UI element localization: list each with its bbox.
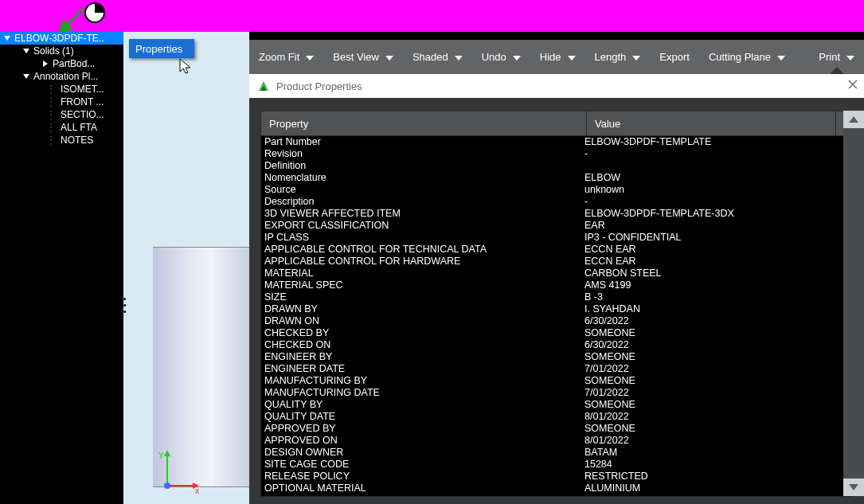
tree-item-solids[interactable]: Solids (1) xyxy=(0,45,123,57)
cell-property: ENGINEER BY xyxy=(261,351,581,363)
tree-label: PartBod... xyxy=(53,58,95,69)
toolbar-zoom-fit[interactable]: Zoom Fit xyxy=(249,40,323,74)
table-row[interactable]: MANUFACTURING DATE7/01/2022 xyxy=(261,387,852,399)
toolbar-export[interactable]: Export xyxy=(650,40,699,74)
table-row[interactable]: APPLICABLE CONTROL FOR HARDWAREECCN EAR xyxy=(261,256,852,268)
chevron-down-icon xyxy=(568,51,576,63)
table-row[interactable]: OPTIONAL MATERIALALUMINIUM xyxy=(261,483,852,494)
tree-item-partbody[interactable]: PartBod... xyxy=(0,57,123,70)
cell-value: 8/01/2022 xyxy=(581,435,825,447)
tree-root[interactable]: ELBOW-3DPDF-TE.. xyxy=(0,32,123,45)
cell-value: AMS 4199 xyxy=(581,279,825,291)
tree-leaf[interactable]: ⋮SECTIO... xyxy=(0,108,123,121)
table-row[interactable]: MANUFACTURING BYSOMEONE xyxy=(261,375,852,387)
toolbar-print[interactable]: Print xyxy=(809,40,864,74)
toolbar-label: Length xyxy=(595,51,627,63)
column-value[interactable]: Value xyxy=(587,111,836,135)
viewer-handles: ••• xyxy=(123,296,127,315)
table-row[interactable]: ENGINEER DATE7/01/2022 xyxy=(261,363,852,375)
cell-value: SOMEONE xyxy=(581,375,825,387)
cell-property: DESIGN OWNER xyxy=(261,447,581,459)
cell-property: EXPORT CLASSIFICATION xyxy=(261,220,581,232)
toolbar-best-view[interactable]: Best View xyxy=(323,40,403,74)
toolbar-undo[interactable]: Undo xyxy=(472,40,530,74)
table-row[interactable]: Part NumberELBOW-3DPDF-TEMPLATE xyxy=(261,136,852,148)
table-row[interactable]: MATERIALCARBON STEEL xyxy=(261,268,852,279)
table-row[interactable]: DRAWN BYI. SYAHDAN xyxy=(261,303,852,315)
table-row[interactable]: 3D VIEWER AFFECTED ITEMELBOW-3DPDF-TEMPL… xyxy=(261,208,852,220)
toolbar-length[interactable]: Length xyxy=(585,40,651,74)
chevron-down-icon xyxy=(455,51,463,63)
toolbar-label: Cutting Plane xyxy=(709,51,771,63)
table-row[interactable]: APPROVED BYSOMEONE xyxy=(261,423,852,435)
grid-header: Property Value xyxy=(260,111,853,136)
cell-value: EAR xyxy=(581,220,825,232)
cell-property: Part Number xyxy=(261,136,581,148)
tree-leaf[interactable]: ⋮FRONT ... xyxy=(0,96,123,108)
cell-property: Source xyxy=(261,184,581,196)
tree-leaf[interactable]: ⋮ISOMET... xyxy=(0,83,123,96)
collapse-icon[interactable] xyxy=(22,72,30,80)
column-property[interactable]: Property xyxy=(261,111,587,135)
toolbar-shaded[interactable]: Shaded xyxy=(403,40,472,74)
table-row[interactable]: Description- xyxy=(261,196,852,208)
cell-value: ELBOW xyxy=(581,172,825,184)
table-row[interactable]: EXPORT CLASSIFICATIONEAR xyxy=(261,220,852,232)
cell-value: SOMEONE xyxy=(581,423,825,435)
tree-label: Solids (1) xyxy=(33,45,74,57)
toolbar-hide[interactable]: Hide xyxy=(530,40,585,74)
cell-property: MATERIAL SPEC xyxy=(261,279,581,291)
cell-property: Revision xyxy=(261,148,581,160)
grid-body: Part NumberELBOW-3DPDF-TEMPLATERevision-… xyxy=(260,136,853,497)
cell-value: RESTRICTED xyxy=(581,471,825,483)
table-row[interactable]: MATERIAL SPECAMS 4199 xyxy=(261,279,852,291)
table-row[interactable]: OPTIONAL MATERIAL SPECAMS 4198 xyxy=(261,494,852,497)
tree-leaf[interactable]: ⋮NOTES xyxy=(0,134,123,147)
toolbar-label: Shaded xyxy=(412,51,448,63)
table-row[interactable]: ENGINEER BYSOMEONE xyxy=(261,351,852,363)
cell-value: SOMEONE xyxy=(581,327,825,339)
scroll-thumb[interactable] xyxy=(843,128,864,479)
tree-item-annotation[interactable]: Annotation Pl... xyxy=(0,70,123,83)
table-row[interactable]: CHECKED ON6/30/2022 xyxy=(261,339,852,351)
table-row[interactable]: RELEASE POLICYRESTRICTED xyxy=(261,471,852,483)
table-row[interactable]: APPLICABLE CONTROL FOR TECHNICAL DATAECC… xyxy=(261,244,852,256)
cell-property: SIZE xyxy=(261,291,581,303)
toolbar-cutting-plane[interactable]: Cutting Plane xyxy=(699,40,795,74)
cell-property: CHECKED ON xyxy=(261,339,581,351)
table-row[interactable]: IP CLASSIP3 - CONFIDENTIAL xyxy=(261,232,852,244)
table-row[interactable]: NomenclatureELBOW xyxy=(261,172,852,184)
viewer-3d[interactable]: ••• xyxy=(123,32,249,504)
table-row[interactable]: Revision- xyxy=(261,148,852,160)
table-row[interactable]: SITE CAGE CODE15284 xyxy=(261,459,852,471)
cell-value: ECCN EAR xyxy=(581,256,825,268)
cell-value: B -3 xyxy=(581,291,825,303)
expand-icon[interactable] xyxy=(41,60,49,68)
table-row[interactable]: Definition xyxy=(261,160,852,172)
table-row[interactable]: CHECKED BYSOMEONE xyxy=(261,327,852,339)
cell-property: APPROVED BY xyxy=(261,423,581,435)
toolbar-label: Undo xyxy=(482,51,506,63)
collapse-icon[interactable] xyxy=(22,47,30,55)
tree-label: FRONT ... xyxy=(53,96,104,107)
collapse-icon[interactable] xyxy=(3,34,11,42)
model-tree: ELBOW-3DPDF-TE.. Solids (1) PartBod... A… xyxy=(0,32,123,504)
scrollbar[interactable] xyxy=(843,111,864,496)
cell-property: OPTIONAL MATERIAL SPEC xyxy=(261,494,581,497)
table-row[interactable]: QUALITY BYSOMEONE xyxy=(261,399,852,411)
cell-property: MANUFACTURING DATE xyxy=(261,387,581,399)
table-row[interactable]: Sourceunknown xyxy=(261,184,852,196)
scroll-down-button[interactable] xyxy=(843,479,864,496)
scroll-up-button[interactable] xyxy=(843,111,864,128)
context-menu-properties[interactable]: Properties xyxy=(129,39,194,58)
close-icon[interactable] xyxy=(848,79,858,92)
table-row[interactable]: APPROVED ON8/01/2022 xyxy=(261,435,852,447)
table-row[interactable]: QUALITY DATE8/01/2022 xyxy=(261,411,852,423)
cell-value: ELBOW-3DPDF-TEMPLATE xyxy=(581,136,825,148)
table-row[interactable]: DESIGN OWNERBATAM xyxy=(261,447,852,459)
table-row[interactable]: SIZEB -3 xyxy=(261,291,852,303)
tree-branch-icon: ⋮ xyxy=(46,122,53,133)
tree-leaf[interactable]: ⋮ALL FTA xyxy=(0,121,123,134)
cell-property: DRAWN BY xyxy=(261,303,581,315)
table-row[interactable]: DRAWN ON6/30/2022 xyxy=(261,315,852,327)
